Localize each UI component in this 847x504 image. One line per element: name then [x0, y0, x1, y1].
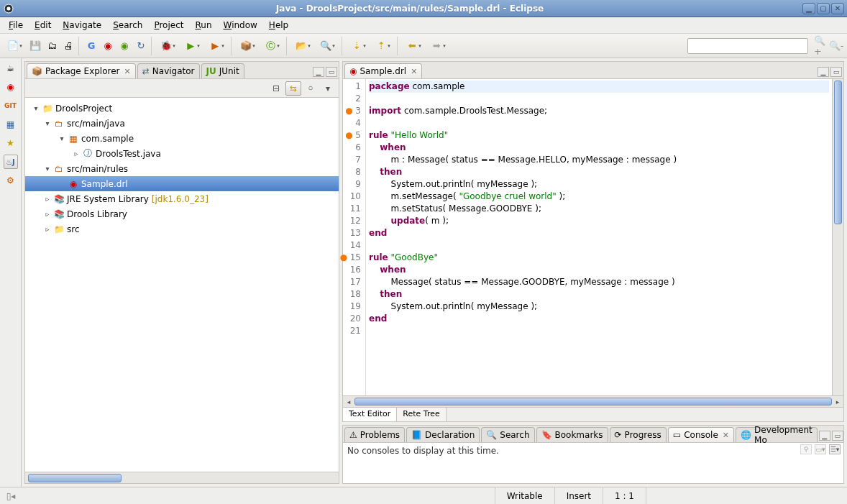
menu-navigate[interactable]: Navigate — [57, 18, 107, 32]
fastview-data-button[interactable]: ▦ — [4, 117, 18, 132]
editor-view: ◉ Sample.drl ✕ ▁ ▭ 123456789101112131415… — [342, 61, 844, 422]
maximize-view-button[interactable]: ▭ — [832, 431, 843, 441]
bottom-tab-bookmarks[interactable]: 🔖Bookmarks — [536, 427, 608, 442]
expand-toggle-icon[interactable]: ▾ — [42, 119, 52, 127]
view-menu-button[interactable]: ▾ — [320, 81, 336, 96]
open-console-button[interactable]: ☰▾ — [829, 444, 841, 454]
close-button[interactable]: ✕ — [831, 3, 844, 14]
view-tab-package-explorer[interactable]: 📦Package Explorer✕ — [27, 63, 136, 78]
fastview-indicator-icon[interactable]: ▯◂ — [6, 491, 16, 501]
maximize-button[interactable]: ▢ — [817, 3, 830, 14]
bottom-tab-console[interactable]: ▭Console✕ — [668, 427, 734, 442]
vertical-scrollbar[interactable] — [832, 79, 843, 395]
drl-icon: ◉ — [349, 66, 357, 76]
annotation-prev-button[interactable]: ⇡▾ — [371, 37, 395, 55]
horizontal-scrollbar[interactable] — [25, 472, 339, 483]
editor-gutter[interactable]: 123456789101112131415161718192021 — [343, 79, 366, 395]
new-button[interactable]: 📄▾ — [3, 37, 27, 55]
forward-button[interactable]: ➡▾ — [426, 37, 450, 55]
tab-icon: ▭ — [673, 430, 681, 440]
view-tab-junit[interactable]: JUJUnit — [201, 63, 244, 78]
tree-item[interactable]: ▹📚Drools Library — [25, 206, 339, 221]
link-with-editor-button[interactable]: ⇆ — [285, 81, 301, 96]
expand-toggle-icon[interactable]: ▾ — [42, 165, 52, 173]
expand-toggle-icon[interactable]: ▹ — [42, 210, 52, 218]
zoom-out-button[interactable]: 🔍- — [828, 37, 844, 55]
close-icon[interactable]: ✕ — [411, 67, 417, 76]
tree-item[interactable]: ▾🗀src/main/java — [25, 116, 339, 131]
save-button[interactable]: 💾 — [27, 37, 43, 55]
status-insert: Insert — [554, 487, 603, 504]
minimize-button[interactable]: ▁ — [802, 3, 815, 14]
tree-item[interactable]: ▾📁DroolsProject — [25, 101, 339, 116]
minimize-view-button[interactable]: ▁ — [819, 431, 830, 441]
close-icon[interactable]: ✕ — [124, 67, 131, 76]
back-button[interactable]: ⬅▾ — [402, 37, 426, 55]
annotation-next-button[interactable]: ⇣▾ — [347, 37, 370, 55]
menu-run[interactable]: Run — [189, 18, 217, 32]
expand-toggle-icon[interactable]: ▹ — [42, 225, 52, 233]
fastview-java-button[interactable]: ☕ — [4, 61, 18, 75]
save-all-button[interactable]: 🗂 — [44, 37, 60, 55]
editor-subtab-text-editor[interactable]: Text Editor — [343, 408, 397, 421]
tree-item[interactable]: ▾🗀src/main/rules — [25, 161, 339, 176]
bottom-tab-progress[interactable]: ⟳Progress — [610, 427, 667, 442]
zoom-in-button[interactable]: 🔍+ — [812, 37, 828, 55]
fastview-git-button[interactable]: GIT — [4, 98, 18, 113]
open-type-button[interactable]: 📂▾ — [291, 37, 315, 55]
tree-item[interactable]: ▹📚JRE System Library[jdk1.6.0_23] — [25, 191, 339, 206]
google-button[interactable]: G — [83, 37, 99, 55]
collapse-all-button[interactable]: ⊟ — [268, 81, 284, 96]
menu-help[interactable]: Help — [263, 18, 294, 32]
tree-item[interactable]: ▾▦com.sample — [25, 131, 339, 146]
close-icon[interactable]: ✕ — [723, 431, 729, 440]
fastview-other-button[interactable]: ⚙ — [4, 173, 18, 188]
menu-file[interactable]: File — [3, 18, 29, 32]
new-class-button[interactable]: Ⓒ▾ — [260, 37, 284, 55]
quick-access-input[interactable] — [687, 38, 808, 54]
display-console-button[interactable]: ▭▾ — [815, 444, 826, 454]
tree-item[interactable]: ◉Sample.drl — [25, 176, 339, 191]
expand-toggle-icon[interactable]: ▹ — [42, 195, 52, 203]
debug-button[interactable]: 🐞▾ — [156, 37, 180, 55]
tab-icon: 🔍 — [486, 430, 497, 440]
maximize-view-button[interactable]: ▭ — [326, 67, 337, 77]
red-tool-button[interactable]: ◉ — [100, 37, 116, 55]
menu-edit[interactable]: Edit — [29, 18, 57, 32]
print-button[interactable]: 🖨 — [60, 37, 76, 55]
fastview-java-persp-button[interactable]: ♨J — [4, 155, 18, 169]
menu-search[interactable]: Search — [107, 18, 148, 32]
menu-window[interactable]: Window — [218, 18, 263, 32]
maximize-view-button[interactable]: ▭ — [830, 67, 842, 77]
tree-item[interactable]: ▹📁src — [25, 221, 339, 237]
refresh-button[interactable]: ↻ — [133, 37, 149, 55]
fastview-drools-button[interactable]: ◉ — [4, 80, 18, 94]
bottom-tab-development-mo[interactable]: 🌐Development Mo — [736, 427, 818, 442]
run-button[interactable]: ▶▾ — [180, 37, 204, 55]
editor-subtab-rete-tree[interactable]: Rete Tree — [397, 408, 446, 421]
code-editor[interactable]: package com.sample import com.sample.Dro… — [366, 79, 832, 395]
bottom-tab-declaration[interactable]: 📘Declaration — [406, 427, 480, 442]
view-tab-navigator[interactable]: ⇄Navigator — [137, 63, 200, 78]
bottom-tab-problems[interactable]: ⚠Problems — [344, 427, 405, 442]
package-explorer-tree[interactable]: ▾📁DroolsProject▾🗀src/main/java▾▦com.samp… — [25, 98, 339, 472]
editor-horizontal-scrollbar[interactable]: ◂▸ — [343, 395, 843, 407]
minimize-view-button[interactable]: ▁ — [313, 67, 324, 77]
expand-toggle-icon[interactable]: ▾ — [57, 134, 67, 142]
tab-icon: ⟳ — [615, 430, 622, 440]
expand-toggle-icon[interactable]: ▹ — [71, 150, 81, 157]
green-tool-button[interactable]: ◉ — [116, 37, 132, 55]
tree-item[interactable]: ▹ⒿDroolsTest.java — [25, 146, 339, 161]
search-button[interactable]: 🔍▾ — [316, 37, 339, 55]
filters-button[interactable]: ⚪ — [303, 81, 319, 96]
minimize-view-button[interactable]: ▁ — [818, 67, 829, 77]
run-last-button[interactable]: ▶▾ — [205, 37, 229, 55]
bottom-tab-search[interactable]: 🔍Search — [481, 427, 534, 442]
expand-toggle-icon[interactable]: ▾ — [31, 104, 41, 112]
menu-project[interactable]: Project — [148, 18, 189, 32]
tree-item-label: com.sample — [81, 134, 134, 144]
pin-console-button[interactable]: ⚲ — [800, 444, 812, 454]
new-package-button[interactable]: 📦▾ — [236, 37, 260, 55]
fastview-search-button[interactable]: ★ — [4, 136, 18, 150]
editor-tab-sample[interactable]: ◉ Sample.drl ✕ — [344, 63, 422, 78]
